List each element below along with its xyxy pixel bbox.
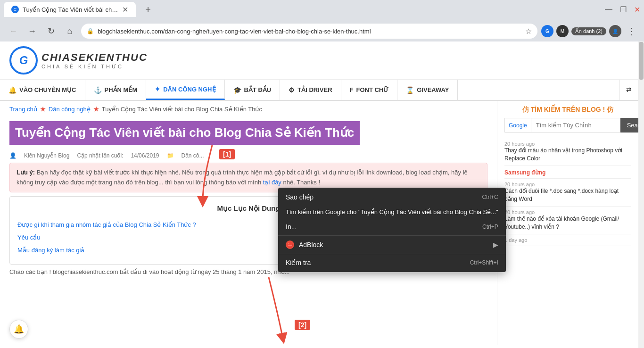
hourglass-icon: ⌛	[406, 86, 414, 94]
note-link[interactable]: tại đây	[263, 179, 281, 186]
ctx-label-inspect: Kiểm tra	[286, 259, 311, 266]
tab-title: Tuyển Cộng Tác Viên viết bài cho...	[23, 6, 118, 13]
browser-tab[interactable]: C Tuyển Cộng Tác Viên viết bài cho... ✕	[4, 2, 136, 17]
recent-time-2: 20 hours ago	[504, 182, 631, 187]
breadcrumb-home[interactable]: Trang chủ	[9, 106, 37, 113]
article-category: Dân cô...	[182, 152, 204, 159]
recent-title-1[interactable]: Thay đổi màu áo nhân vật trong Photoshop…	[504, 147, 631, 163]
minimize-button[interactable]: —	[605, 5, 612, 14]
window-controls: — ❐ ✕	[605, 5, 640, 14]
context-menu-divider-2	[278, 254, 506, 254]
extension-icons: G M Ẩn danh (2) 👤	[541, 25, 621, 37]
nav-label-chuyen-muc: VÀO CHUYÊN MỤC	[19, 86, 76, 93]
nav-item-dan-cong-nghe[interactable]: ✦ DÂN CÔNG NGHỆ	[146, 80, 224, 100]
context-menu-item-adblock[interactable]: ⛔ AdBlock ▶	[278, 237, 506, 253]
home-button[interactable]: ⌂	[62, 24, 77, 39]
logo-text-area: CHIASEKIENTHUC CHIA SẺ KIẾN THỨC	[41, 51, 148, 70]
note-bold: Lưu ý:	[17, 169, 35, 176]
context-menu-item-print[interactable]: In... Ctrl+P	[278, 219, 506, 234]
recent-item-2: 20 hours ago Cách đổi đuôi file *.doc sa…	[504, 179, 631, 207]
profile-icon[interactable]: 👤	[609, 25, 621, 37]
browser-menu-button[interactable]: ⋮	[625, 24, 638, 39]
search-input[interactable]	[531, 118, 620, 133]
ctx-shortcut-print: Ctrl+P	[482, 224, 498, 230]
breadcrumb: Trang chủ ★ Dân công nghệ ★ Tuyển Cộng T…	[9, 101, 487, 117]
notification-bell-button[interactable]: 🔔	[9, 320, 28, 339]
recent-time-1: 20 hours ago	[504, 141, 631, 147]
font-icon: F	[350, 86, 354, 93]
gear-icon: ⚙	[289, 86, 295, 94]
context-menu-item-inspect[interactable]: Kiểm tra Ctrl+Shift+I	[278, 255, 506, 270]
note-text: Bạn hãy đọc thật kỹ bài viết trước khi t…	[17, 169, 468, 186]
nav-label-giveaway: GIVEAWAY	[417, 86, 449, 93]
new-tab-button[interactable]: +	[141, 3, 155, 16]
article-title-block: Tuyển Cộng Tác Viên viết bài cho Blog Ch…	[9, 117, 487, 149]
address-input-wrap[interactable]: 🔒 blogchiasekienthuc.com/dan-cong-nghe/t…	[81, 24, 537, 39]
nav-item-giveaway[interactable]: ⌛ GIVEAWAY	[397, 80, 458, 100]
star-icon[interactable]: ☆	[525, 27, 532, 36]
article-meta: 👤 Kiên Nguyễn Blog Cập nhật lần cuối: 14…	[9, 152, 487, 159]
search-section-label: 仿 TÌM KIẾM TRÊN BLOG ! 仿	[504, 106, 631, 114]
page-scrollbar[interactable]	[638, 41, 644, 348]
adblock-submenu-arrow: ▶	[493, 241, 498, 249]
logo-subtext: CHIA SẺ KIẾN THỨC	[41, 64, 148, 70]
recent-title-3[interactable]: Làm thế nào để xóa tài khoản Google (Gma…	[504, 215, 631, 231]
refresh-button[interactable]: ↻	[43, 24, 58, 39]
category-icon: 📁	[167, 152, 174, 159]
search-box: Google Search	[504, 118, 631, 133]
browser-chrome: C Tuyển Cộng Tác Viên viết bài cho... ✕ …	[0, 0, 644, 41]
search-button[interactable]: Search	[620, 118, 638, 133]
star-nav-icon: ✦	[155, 85, 160, 93]
incognito-badge[interactable]: Ẩn danh (2)	[571, 27, 606, 35]
anchor-icon: ⚓	[94, 86, 102, 94]
main-navigation: 🔔 VÀO CHUYÊN MỤC ⚓ PHẦN MỀM ✦ DÂN CÔNG N…	[0, 80, 638, 101]
address-bar: ← → ↻ ⌂ 🔒 blogchiasekienthuc.com/dan-con…	[0, 19, 644, 43]
nav-item-chuyen-muc[interactable]: 🔔 VÀO CHUYÊN MỤC	[0, 80, 85, 100]
nav-item-tai-driver[interactable]: ⚙ TẢI DRIVER	[280, 80, 341, 100]
context-menu-divider	[278, 235, 506, 236]
ctx-label-print: In...	[286, 223, 297, 231]
page-wrapper: G CHIASEKIENTHUC CHIA SẺ KIẾN THỨC 🔔 VÀO…	[0, 41, 644, 348]
ctx-label-search: Tìm kiếm trên Google cho "Tuyển Cộng Tác…	[286, 208, 498, 215]
logo-area: G CHIASEKIENTHUC CHIA SẺ KIẾN THỨC	[9, 46, 148, 75]
close-button[interactable]: ✕	[634, 5, 640, 14]
nav-item-bat-dau[interactable]: 🎓 BẮT ĐẦU	[225, 80, 281, 100]
tab-favicon: C	[11, 6, 19, 13]
title-bar: C Tuyển Cộng Tác Viên viết bài cho... ✕ …	[0, 0, 644, 19]
nav-random-button[interactable]: ⇄	[619, 80, 638, 100]
ctx-label-adblock: AdBlock	[299, 241, 323, 249]
maximize-button[interactable]: ❐	[620, 5, 627, 14]
author-icon: 👤	[9, 152, 17, 159]
nav-item-phan-mem[interactable]: ⚓ PHẦN MỀM	[85, 80, 147, 100]
grad-icon: 🎓	[233, 86, 241, 94]
logo-text: CHIASEKIENTHUC	[41, 51, 148, 64]
context-menu-item-search[interactable]: Tìm kiếm trên Google cho "Tuyển Cộng Tác…	[278, 205, 506, 219]
ctx-label-copy: Sao chép	[286, 193, 314, 201]
lock-icon: 🔒	[87, 28, 94, 34]
samsung-title[interactable]: Samsung đừng	[504, 169, 545, 177]
recent-title-2[interactable]: Cách đổi đuôi file *.doc sang *.docx hàn…	[504, 187, 631, 203]
breadcrumb-current: Tuyển Cộng Tác Viên viết bài cho Blog Ch…	[102, 106, 262, 113]
nav-label-bat-dau: BẮT ĐẦU	[244, 86, 272, 93]
google-label: Google	[504, 118, 531, 133]
context-menu-item-copy[interactable]: Sao chép Ctrl+C	[278, 190, 506, 205]
breadcrumb-category[interactable]: Dân công nghệ	[49, 106, 91, 113]
nav-item-font-chu[interactable]: F FONT CHỮ	[341, 80, 398, 100]
recent-item-1: 20 hours ago Thay đổi màu áo nhân vật tr…	[504, 138, 631, 166]
ctx-shortcut-inspect: Ctrl+Shift+I	[470, 259, 498, 266]
forward-button[interactable]: →	[25, 24, 40, 39]
tab-close-button[interactable]: ✕	[122, 5, 128, 14]
scrollbar-thumb[interactable]	[639, 42, 644, 80]
ext-icon-1[interactable]: G	[541, 25, 553, 37]
nav-label-dan-cong-nghe: DÂN CÔNG NGHỆ	[163, 86, 215, 93]
author-name: Kiên Nguyễn Blog	[24, 152, 69, 159]
logo-circle: G	[9, 46, 38, 75]
update-date: 14/06/2019	[131, 152, 159, 159]
ctx-shortcut-copy: Ctrl+C	[482, 194, 498, 200]
back-button[interactable]: ←	[6, 24, 21, 39]
recent-item-3: 20 hours ago Làm thế nào để xóa tài khoả…	[504, 207, 631, 234]
ext-icon-2[interactable]: M	[556, 25, 569, 37]
recent-posts: 20 hours ago Thay đổi màu áo nhân vật tr…	[504, 138, 631, 246]
recent-item-samsung: Samsung đừng	[504, 166, 631, 179]
context-menu: Sao chép Ctrl+C Tìm kiếm trên Google cho…	[278, 188, 506, 272]
